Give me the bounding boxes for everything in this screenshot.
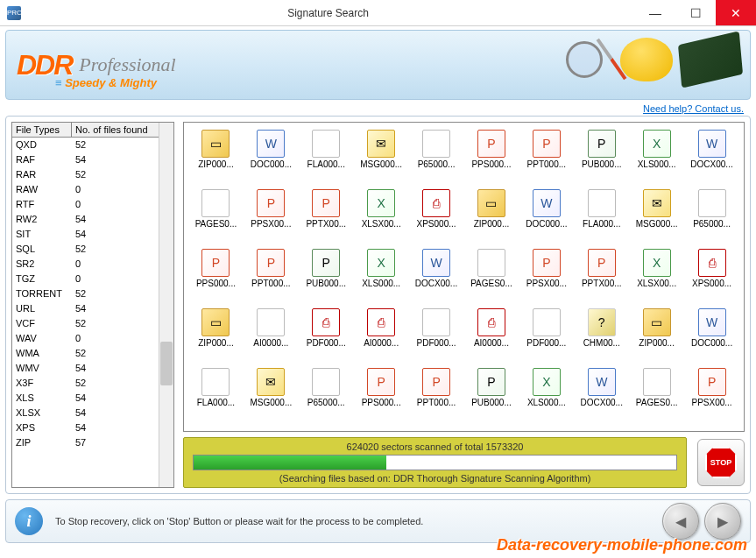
table-row[interactable]: SR20 <box>12 257 159 272</box>
help-link[interactable]: Need help? Contact us. <box>0 100 756 116</box>
list-item[interactable]: PPPS000... <box>465 130 519 187</box>
close-button[interactable]: ✕ <box>716 0 756 25</box>
list-item[interactable]: AI0000... <box>244 308 298 366</box>
list-item[interactable]: ?CHM00... <box>575 308 628 366</box>
list-item[interactable]: PPPT000... <box>410 368 463 426</box>
file-label: DOC000... <box>251 159 292 169</box>
table-row[interactable]: RW254 <box>12 212 159 227</box>
stop-button[interactable]: STOP <box>697 439 745 486</box>
file-label: PPSX00... <box>691 398 731 407</box>
list-item[interactable]: WDOCX00... <box>575 368 628 426</box>
list-item[interactable]: XXLS000... <box>519 368 573 426</box>
list-item[interactable]: PPPT000... <box>244 249 298 307</box>
list-item[interactable]: PPPSX00... <box>685 368 738 426</box>
list-item[interactable]: WDOC000... <box>685 308 738 366</box>
table-row[interactable]: RAF54 <box>12 152 159 167</box>
list-item[interactable]: ⎙XPS000... <box>685 249 738 307</box>
list-item[interactable]: ▭ZIP000... <box>630 308 683 366</box>
zip-file-icon: ▭ <box>201 130 230 158</box>
list-item[interactable]: WDOC000... <box>519 189 573 247</box>
column-header-count[interactable]: No. of files found <box>72 123 159 137</box>
table-row[interactable]: XLS54 <box>12 391 159 406</box>
table-row[interactable]: QXD52 <box>12 138 159 152</box>
minimize-button[interactable]: — <box>635 0 675 25</box>
list-item[interactable]: XXLS000... <box>630 130 683 187</box>
list-item[interactable]: P65000... <box>410 130 463 187</box>
list-item[interactable]: PPPS000... <box>189 249 243 307</box>
info-icon: i <box>15 507 43 535</box>
list-item[interactable]: PPUB000... <box>575 130 628 187</box>
list-item[interactable]: FLA000... <box>189 368 243 426</box>
list-item[interactable]: WDOC000... <box>244 130 298 187</box>
list-item[interactable]: WDOCX00... <box>685 130 738 187</box>
list-item[interactable]: PAGES0... <box>465 249 519 307</box>
list-item[interactable]: ⎙XPS000... <box>410 189 463 247</box>
file-label: PDF000... <box>417 338 456 348</box>
table-row[interactable]: VCF52 <box>12 316 159 331</box>
list-item[interactable]: ⎙PDF000... <box>300 308 353 366</box>
scrollbar[interactable] <box>159 123 173 487</box>
list-item[interactable]: ▭ZIP000... <box>465 189 519 247</box>
table-row[interactable]: RTF0 <box>12 197 159 212</box>
list-item[interactable]: WDOCX00... <box>410 249 463 307</box>
scrollbar-thumb[interactable] <box>160 342 173 385</box>
table-row[interactable]: URL54 <box>12 301 159 316</box>
cell-count: 52 <box>75 376 86 391</box>
table-row[interactable]: WAV0 <box>12 331 159 346</box>
cell-count: 52 <box>75 242 86 257</box>
list-item[interactable]: FLA000... <box>575 189 628 247</box>
list-item[interactable]: PPPT000... <box>519 130 573 187</box>
list-item[interactable]: PPUB000... <box>465 368 519 426</box>
next-button[interactable]: ▶ <box>704 503 741 540</box>
blank-file-icon <box>698 189 726 217</box>
list-item[interactable]: PPPTX00... <box>575 249 628 307</box>
table-row[interactable]: WMA52 <box>12 346 159 361</box>
list-item[interactable]: PPUB000... <box>300 249 353 307</box>
list-item[interactable]: FLA000... <box>300 130 353 187</box>
table-row[interactable]: SIT54 <box>12 227 159 242</box>
file-label: P65000... <box>693 219 731 229</box>
list-item[interactable]: PPPTX00... <box>300 189 353 247</box>
list-item[interactable]: ▭ZIP000... <box>189 130 243 187</box>
file-label: XLSX00... <box>637 279 676 288</box>
file-label: MSG000... <box>636 219 678 229</box>
file-label: PPTX00... <box>582 279 622 288</box>
table-row[interactable]: XPS54 <box>12 420 159 435</box>
list-item[interactable]: PAGES0... <box>189 189 243 247</box>
pdf-file-icon: ⎙ <box>422 189 450 217</box>
table-row[interactable]: TGZ0 <box>12 272 159 286</box>
list-item[interactable]: ✉MSG000... <box>355 130 408 187</box>
list-item[interactable]: P65000... <box>685 189 738 247</box>
list-item[interactable]: PDF000... <box>519 308 573 366</box>
file-label: FLA000... <box>307 159 345 169</box>
ppt-file-icon: P <box>588 249 616 277</box>
list-item[interactable]: ▭ZIP000... <box>189 308 243 366</box>
list-item[interactable]: PPPSX00... <box>244 189 298 247</box>
maximize-button[interactable]: ☐ <box>675 0 716 25</box>
table-row[interactable]: RAR52 <box>12 167 159 182</box>
file-label: MSG000... <box>360 159 402 169</box>
list-item[interactable]: PPPS000... <box>355 368 408 426</box>
list-item[interactable]: PDF000... <box>410 308 463 366</box>
list-item[interactable]: ✉MSG000... <box>244 368 298 426</box>
list-item[interactable]: PAGES0... <box>630 368 683 426</box>
table-row[interactable]: SQL52 <box>12 242 159 257</box>
list-item[interactable]: P65000... <box>300 368 353 426</box>
column-header-filetypes[interactable]: File Types <box>12 123 72 137</box>
table-row[interactable]: TORRENT52 <box>12 286 159 301</box>
table-row[interactable]: XLSX54 <box>12 406 159 420</box>
table-row[interactable]: X3F52 <box>12 376 159 391</box>
cell-count: 54 <box>75 301 86 316</box>
list-item[interactable]: ✉MSG000... <box>630 189 683 247</box>
list-item[interactable]: XXLS000... <box>355 249 408 307</box>
table-row[interactable]: ZIP57 <box>12 435 159 450</box>
table-row[interactable]: RAW0 <box>12 182 159 197</box>
blank-file-icon <box>257 308 285 336</box>
back-button[interactable]: ◀ <box>662 503 699 540</box>
list-item[interactable]: XXLSX00... <box>630 249 683 307</box>
table-row[interactable]: WMV54 <box>12 361 159 376</box>
list-item[interactable]: XXLSX00... <box>355 189 408 247</box>
list-item[interactable]: ⎙AI0000... <box>355 308 408 366</box>
list-item[interactable]: ⎙AI0000... <box>465 308 519 366</box>
list-item[interactable]: PPPSX00... <box>519 249 573 307</box>
